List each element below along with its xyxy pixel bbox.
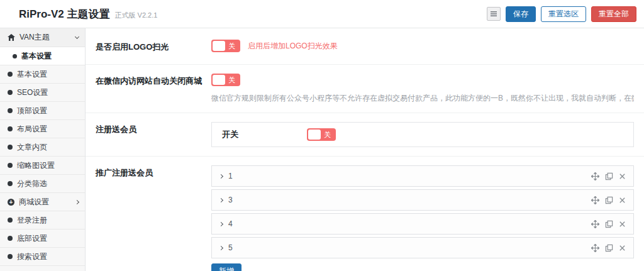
setting-label: 推广注册送会员 bbox=[96, 165, 211, 179]
promo-item-expander[interactable]: 3 bbox=[219, 196, 233, 204]
setting-row-register-vip: 注册送会员 开关 关 bbox=[86, 113, 644, 157]
sidebar-item-footer[interactable]: 底部设置 bbox=[0, 229, 85, 247]
setting-label: 在微信内访网站自动关闭商城 bbox=[96, 74, 211, 87]
dot-icon bbox=[8, 72, 13, 77]
dot-icon bbox=[8, 218, 13, 223]
copy-icon[interactable] bbox=[605, 220, 613, 228]
dot-icon bbox=[8, 254, 13, 259]
sidebar-item-basic-active[interactable]: 基本设置 bbox=[0, 47, 85, 65]
chevron-right-icon bbox=[219, 221, 223, 226]
promo-item-row: 3 bbox=[211, 189, 634, 211]
setting-label: 注册送会员 bbox=[96, 122, 211, 135]
promo-item-number: 5 bbox=[228, 243, 233, 252]
dot-icon bbox=[13, 54, 17, 58]
add-item-button[interactable]: 新增 bbox=[211, 263, 242, 271]
sidebar-item-label: 基本设置 bbox=[17, 69, 79, 80]
sidebar-item-label: 文章内页 bbox=[17, 142, 79, 153]
toc-menu-icon[interactable] bbox=[487, 7, 501, 21]
sidebar-item-label: 搜索设置 bbox=[17, 252, 79, 262]
sidebar-item-label: 分类筛选 bbox=[17, 179, 79, 189]
sidebar-item-header[interactable]: 顶部设置 bbox=[0, 101, 85, 119]
move-icon[interactable] bbox=[591, 220, 599, 228]
promo-item-number: 3 bbox=[228, 196, 233, 204]
toggle-off-label: 关 bbox=[228, 75, 235, 85]
copy-icon[interactable] bbox=[605, 244, 613, 252]
promo-item-expander[interactable]: 5 bbox=[219, 243, 233, 252]
promo-item-expander[interactable]: 4 bbox=[219, 219, 233, 228]
wechat-close-shop-toggle[interactable]: 关 bbox=[211, 74, 240, 86]
sidebar-item-label: 登录注册 bbox=[17, 215, 79, 226]
settings-panel: 是否启用LOGO扫光 关 启用后增加LOGO扫光效果 在微信内访网站自动关闭商城… bbox=[86, 28, 644, 271]
setting-description: 启用后增加LOGO扫光效果 bbox=[248, 41, 338, 52]
promo-item-number: 1 bbox=[228, 172, 233, 180]
sidebar: VAN主题 基本设置 基本设置 SEO设置 顶部设置 布局设置 文章内页 bbox=[0, 28, 86, 271]
sidebar-group-van-theme[interactable]: VAN主题 bbox=[0, 28, 85, 47]
close-icon[interactable] bbox=[619, 245, 626, 252]
setting-row-wechat-close-shop: 在微信内访网站自动关闭商城 关 微信官方规则限制所有公众号小程序等不允许存在虚拟… bbox=[86, 65, 644, 113]
reset-selection-button[interactable]: 重置选区 bbox=[541, 6, 586, 22]
move-icon[interactable] bbox=[591, 172, 599, 180]
chevron-down-icon bbox=[75, 35, 79, 39]
dot-icon bbox=[8, 163, 13, 168]
close-icon[interactable] bbox=[619, 221, 626, 228]
sidebar-item-label: 底部设置 bbox=[17, 233, 79, 244]
sidebar-item-shop[interactable]: + 商城设置 bbox=[0, 192, 85, 211]
chevron-right-icon bbox=[219, 245, 223, 250]
sidebar-item-seo[interactable]: SEO设置 bbox=[0, 83, 85, 101]
promo-item-number: 4 bbox=[228, 219, 233, 228]
close-icon[interactable] bbox=[619, 173, 626, 180]
toggle-knob bbox=[308, 130, 321, 140]
toggle-off-label: 关 bbox=[324, 130, 331, 140]
dot-icon bbox=[8, 90, 13, 95]
sidebar-item-ads[interactable]: 广告设置 bbox=[0, 265, 85, 271]
sidebar-item-article[interactable]: 文章内页 bbox=[0, 138, 85, 156]
save-button[interactable]: 保存 bbox=[506, 6, 536, 22]
sidebar-item-login-register[interactable]: 登录注册 bbox=[0, 211, 85, 229]
sidebar-item-label: 商城设置 bbox=[19, 197, 71, 207]
setting-row-logo-sweep: 是否启用LOGO扫光 关 启用后增加LOGO扫光效果 bbox=[86, 28, 644, 65]
promo-item-row: 5 bbox=[211, 237, 634, 258]
home-icon bbox=[8, 34, 15, 41]
dot-icon bbox=[8, 181, 13, 186]
logo-sweep-toggle[interactable]: 关 bbox=[211, 40, 240, 52]
promo-item-row: 1 bbox=[211, 165, 634, 187]
sidebar-item-category-filter[interactable]: 分类筛选 bbox=[0, 174, 85, 192]
sidebar-item-label: 顶部设置 bbox=[17, 106, 79, 116]
plus-circle-icon: + bbox=[8, 199, 14, 206]
sidebar-item-label: 布局设置 bbox=[17, 124, 79, 135]
dot-icon bbox=[8, 126, 13, 131]
close-icon[interactable] bbox=[619, 197, 626, 204]
copy-icon[interactable] bbox=[605, 172, 613, 180]
sidebar-item-search[interactable]: 搜索设置 bbox=[0, 247, 85, 265]
sidebar-group-label: VAN主题 bbox=[19, 32, 50, 43]
chevron-right-icon bbox=[219, 197, 223, 202]
move-icon[interactable] bbox=[591, 196, 599, 204]
promo-item-row: 4 bbox=[211, 213, 634, 235]
sidebar-item-basic[interactable]: 基本设置 bbox=[0, 65, 85, 83]
chevron-right-icon bbox=[219, 174, 223, 178]
move-icon[interactable] bbox=[591, 244, 599, 252]
switch-label: 开关 bbox=[222, 129, 307, 140]
sidebar-active-item-label: 基本设置 bbox=[21, 51, 52, 62]
top-bar: RiPro-V2 主题设置 正式版 V2.2.1 保存 重置选区 重置全部 bbox=[0, 0, 644, 28]
toggle-off-label: 关 bbox=[228, 41, 235, 51]
layout: VAN主题 基本设置 基本设置 SEO设置 顶部设置 布局设置 文章内页 bbox=[0, 28, 644, 271]
register-vip-panel: 开关 关 bbox=[211, 122, 634, 147]
sidebar-item-label: SEO设置 bbox=[17, 87, 79, 98]
register-vip-toggle[interactable]: 关 bbox=[307, 128, 336, 141]
page-title: RiPro-V2 主题设置 bbox=[19, 7, 110, 21]
setting-description: 微信官方规则限制所有公众号小程序等不允许存在虚拟交易付款产品，此功能方便的一B，… bbox=[211, 92, 634, 104]
copy-icon[interactable] bbox=[605, 196, 613, 204]
dot-icon bbox=[8, 108, 13, 113]
sidebar-item-label: 缩略图设置 bbox=[17, 160, 79, 171]
promo-item-expander[interactable]: 1 bbox=[219, 172, 233, 180]
title-wrap: RiPro-V2 主题设置 正式版 V2.2.1 bbox=[19, 7, 157, 21]
reset-all-button[interactable]: 重置全部 bbox=[591, 6, 636, 22]
dot-icon bbox=[8, 236, 13, 241]
chevron-right-icon bbox=[75, 199, 79, 204]
top-actions: 保存 重置选区 重置全部 bbox=[487, 6, 636, 22]
toggle-knob bbox=[213, 41, 225, 51]
sidebar-item-thumbnail[interactable]: 缩略图设置 bbox=[0, 156, 85, 174]
sidebar-item-layout[interactable]: 布局设置 bbox=[0, 119, 85, 138]
version-label: 正式版 V2.2.1 bbox=[115, 11, 158, 20]
